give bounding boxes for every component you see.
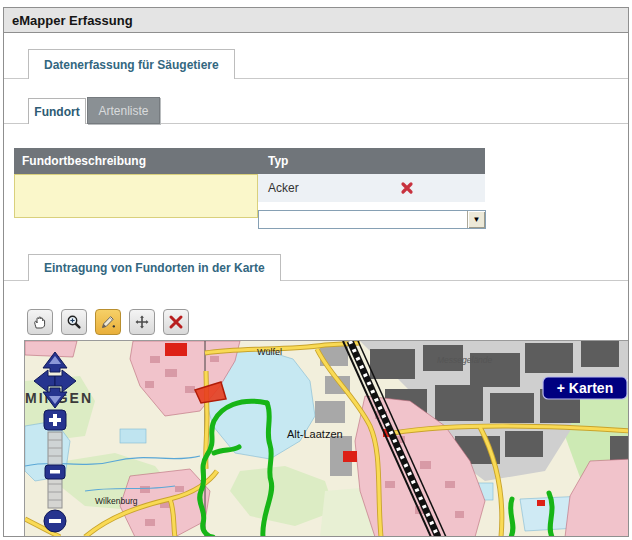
typ-select[interactable]: ▼ — [258, 210, 486, 229]
delete-row-icon[interactable] — [400, 181, 414, 195]
emapper-window: eMapper Erfassung Datenerfassung für Säu… — [3, 7, 629, 537]
draw-tool-button[interactable] — [95, 309, 121, 335]
pan-tool-button[interactable] — [27, 309, 53, 335]
table-row: Acker — [258, 174, 485, 202]
tab-artenliste[interactable]: Artenliste — [87, 97, 160, 124]
tab-fundort[interactable]: Fundort — [28, 98, 86, 124]
hand-icon — [32, 314, 48, 330]
fundort-table-header: Fundortbeschreibung Typ — [14, 148, 485, 174]
delete-tool-button[interactable] — [163, 309, 189, 335]
layer-switcher-label: + Karten — [557, 380, 613, 396]
column-header-typ: Typ — [258, 154, 288, 168]
map-label-wilkenburg: Wilkenburg — [95, 496, 138, 506]
tab-datenerfassung-saeugetiere[interactable]: Datenerfassung für Säugetiere — [28, 49, 235, 79]
magnifier-plus-icon — [66, 314, 82, 330]
zoom-tool-button[interactable] — [61, 309, 87, 335]
map-label-wuelfel: Wülfel — [257, 347, 282, 357]
tab-eintragung-karte[interactable]: Eintragung von Fundorten in der Karte — [28, 254, 281, 281]
tab-eintragung-label: Eintragung von Fundorten in der Karte — [44, 261, 265, 275]
column-header-fundortbeschreibung: Fundortbeschreibung — [14, 154, 258, 168]
fundortbeschreibung-input[interactable] — [14, 174, 258, 218]
minus-icon — [49, 519, 61, 523]
map-label-alt-laatzen: Alt-Laatzen — [287, 428, 343, 440]
window-titlebar: eMapper Erfassung — [4, 8, 628, 33]
typ-cell-value: Acker — [258, 181, 400, 195]
knob-minus-icon — [50, 470, 60, 474]
map-image: MINGEN Wülfel Alt-Laatzen Wilkenburg Mes… — [25, 341, 629, 537]
move-tool-button[interactable] — [129, 309, 155, 335]
tab-datenerfassung-label: Datenerfassung für Säugetiere — [44, 58, 219, 72]
red-x-icon — [168, 314, 184, 330]
window-title: eMapper Erfassung — [12, 13, 133, 28]
select-dropdown-arrow-icon[interactable]: ▼ — [467, 211, 485, 228]
tab-artenliste-label: Artenliste — [98, 104, 148, 118]
map-label-messegelaende: Messegelände — [437, 355, 493, 365]
pencil-plus-icon — [100, 314, 116, 330]
map-canvas[interactable]: MINGEN Wülfel Alt-Laatzen Wilkenburg Mes… — [25, 341, 629, 537]
move-arrows-icon — [134, 314, 150, 330]
tab-fundort-label: Fundort — [34, 105, 79, 119]
layer-switcher-button[interactable]: + Karten — [543, 377, 627, 399]
